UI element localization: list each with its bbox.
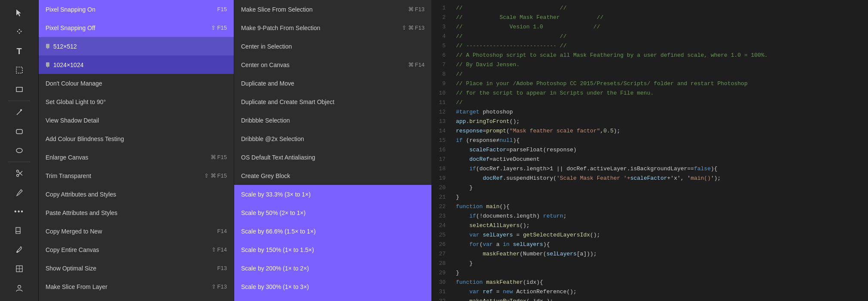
code-line-26: if(!documents.length) return; bbox=[456, 212, 861, 221]
code-line-8: // By David Jensen. bbox=[456, 60, 861, 70]
svg-point-4 bbox=[20, 109, 22, 111]
menu-item-duplicate-move[interactable]: Duplicate and Move bbox=[234, 74, 431, 92]
code-line-18: scaleFactor=parseFloat(response) bbox=[456, 145, 861, 155]
marquee-icon[interactable] bbox=[10, 61, 29, 79]
code-editor: 1234567891011121314151617181920212223242… bbox=[432, 0, 868, 301]
ellipse-icon[interactable] bbox=[10, 141, 29, 160]
menu-item-copy-attributes[interactable]: Copy Attributes and Styles bbox=[39, 185, 234, 203]
text-tool-icon[interactable]: T bbox=[10, 42, 29, 60]
svg-line-10 bbox=[18, 172, 22, 176]
code-line-17: if (response≠null){ bbox=[456, 136, 861, 145]
menu-item-512[interactable]: 512×512 bbox=[39, 37, 234, 55]
paint-bucket-icon[interactable] bbox=[10, 221, 29, 240]
slice-icon[interactable] bbox=[10, 260, 29, 278]
menu-item-dont-colour-manage[interactable]: Don't Colour Manage bbox=[39, 74, 234, 92]
pencil-icon[interactable] bbox=[10, 184, 29, 202]
menu-item-1024[interactable]: 1024×1024 bbox=[39, 55, 234, 74]
code-line-22: } bbox=[456, 183, 861, 193]
menu-item-trim-transparent[interactable]: Trim Transparent ⇧ ⌘ F15 bbox=[39, 166, 234, 185]
line-numbers: 1234567891011121314151617181920212223242… bbox=[432, 0, 449, 301]
code-line-3: // Vesion 1.0 // bbox=[456, 22, 861, 32]
code-line-1: // // bbox=[456, 3, 861, 13]
svg-rect-3 bbox=[16, 87, 22, 92]
menu-item-copy-merged[interactable]: Copy Merged to New F14 bbox=[39, 222, 234, 240]
pin-icon-2 bbox=[46, 62, 50, 68]
code-line-36: makeActiveByIndex( idx ); bbox=[456, 297, 861, 301]
menu-item-center-on-canvas[interactable]: Center on Canvas ⌘ F14 bbox=[234, 55, 431, 74]
pen-tool-icon[interactable] bbox=[10, 103, 29, 121]
svg-rect-12 bbox=[16, 232, 20, 233]
code-line-27: selectAllLayers(); bbox=[456, 221, 861, 230]
code-line-4: // // bbox=[456, 32, 861, 41]
svg-marker-1 bbox=[17, 29, 22, 34]
code-content[interactable]: // //// Scale Mask Feather //// Vesion 1… bbox=[449, 0, 868, 301]
svg-rect-11 bbox=[16, 227, 20, 232]
svg-marker-0 bbox=[16, 9, 21, 16]
code-line-25: function main(){ bbox=[456, 202, 861, 212]
menu-item-scale-150[interactable]: Scale by 150% (1× to 1.5×) bbox=[234, 240, 431, 259]
more-icon[interactable]: ••• bbox=[10, 203, 29, 221]
arrow-select-icon[interactable] bbox=[10, 4, 29, 22]
code-line-31: } bbox=[456, 259, 861, 268]
scissors-icon[interactable] bbox=[10, 164, 29, 182]
eyedropper-icon[interactable] bbox=[10, 241, 29, 259]
code-line-28: var selLayers = getSelectedLayersIdx(); bbox=[456, 230, 861, 240]
swatch-512: 512×512 bbox=[46, 43, 77, 50]
toolbar: T ••• bbox=[0, 0, 39, 301]
code-line-19: docRef=activeDocument bbox=[456, 155, 861, 164]
menu-item-scale-66[interactable]: Scale by 66.6% (1.5× to 1×) bbox=[234, 222, 431, 240]
code-line-12: // bbox=[456, 98, 861, 108]
svg-line-9 bbox=[18, 171, 22, 175]
menu-item-set-global-light[interactable]: Set Global Light to 90° bbox=[39, 92, 234, 111]
svg-rect-18 bbox=[46, 44, 49, 48]
move-icon[interactable] bbox=[10, 23, 29, 41]
menu-column-2: Make Slice From Selection ⌘ F13 Make 9-P… bbox=[234, 0, 432, 301]
rect-shape-icon[interactable] bbox=[10, 80, 29, 98]
menu-item-pixel-snapping-on[interactable]: Pixel Snapping On F15 bbox=[39, 0, 234, 18]
svg-point-6 bbox=[16, 148, 22, 153]
menu-item-make-9patch[interactable]: Make 9-Patch From Selection ⇧ ⌘ F13 bbox=[234, 18, 431, 37]
pin-icon bbox=[46, 43, 50, 49]
user-icon[interactable] bbox=[10, 279, 29, 297]
menu-item-scale-50[interactable]: Scale by 50% (2× to 1×) bbox=[234, 203, 431, 222]
svg-rect-20 bbox=[46, 62, 49, 67]
menu-item-create-grey-block[interactable]: Create Grey Block bbox=[234, 166, 431, 185]
menu-item-enlarge-canvas[interactable]: Enlarge Canvas ⌘ F15 bbox=[39, 148, 234, 166]
code-line-32: } bbox=[456, 268, 861, 278]
svg-rect-2 bbox=[16, 67, 22, 73]
code-line-10: // Place in your /Adobe Photoshop CC 201… bbox=[456, 79, 861, 89]
menu-item-make-slice-selection[interactable]: Make Slice From Selection ⌘ F13 bbox=[234, 0, 431, 18]
menu-item-scale-300[interactable]: Scale by 300% (1× to 3×) bbox=[234, 277, 431, 296]
svg-point-8 bbox=[16, 170, 18, 172]
code-line-5: // --------------------------- // bbox=[456, 41, 861, 51]
menu-item-dribbble-selection[interactable]: Dribbble Selection bbox=[234, 111, 431, 129]
menu-item-dribbble-2x[interactable]: Dribbble @2x Selection bbox=[234, 129, 431, 148]
code-line-30: maskFeather(Number(selLayers[a])); bbox=[456, 249, 861, 259]
menu-item-paste-attributes[interactable]: Paste Attributes and Styles bbox=[39, 203, 234, 222]
divider1 bbox=[8, 101, 31, 101]
menu-item-make-slice-from-layer[interactable]: Make Slice From Layer ⇧ F13 bbox=[39, 277, 234, 296]
svg-point-7 bbox=[16, 175, 18, 177]
menu-item-duplicate-smart-object[interactable]: Duplicate and Create Smart Object bbox=[234, 92, 431, 111]
code-line-20: if(docRef.layers.length>1 || docRef.acti… bbox=[456, 164, 861, 174]
menu-item-os-text-antialiasing[interactable]: OS Default Text Antialiasing bbox=[234, 148, 431, 166]
code-line-16: response=prompt("Mask feather scale fact… bbox=[456, 126, 861, 136]
code-line-7: // A Photoshop script to scale all Mask … bbox=[456, 51, 861, 60]
menu-item-center-in-selection[interactable]: Center in Selection bbox=[234, 37, 431, 55]
context-menus: Pixel Snapping On F15 Pixel Snapping Off… bbox=[39, 0, 432, 301]
code-line-2: // Scale Mask Feather // bbox=[456, 13, 861, 22]
code-line-29: for(var a in selLayers){ bbox=[456, 240, 861, 249]
menu-item-scale-33[interactable]: Scale by 33.3% (3× to 1×) bbox=[234, 185, 431, 203]
svg-point-17 bbox=[18, 285, 21, 288]
menu-item-add-colour-blindness[interactable]: Add Colour Blindness Testing bbox=[39, 129, 234, 148]
menu-item-show-optimal-size[interactable]: Show Optimal Size F13 bbox=[39, 259, 234, 277]
svg-rect-5 bbox=[16, 129, 22, 134]
menu-item-scale-200[interactable]: Scale by 200% (1× to 2×) bbox=[234, 259, 431, 277]
menu-item-view-shadow-detail[interactable]: View Shadow Detail bbox=[39, 111, 234, 129]
menu-item-copy-entire-canvas[interactable]: Copy Entire Canvas ⇧ F14 bbox=[39, 240, 234, 259]
rounded-rect-icon[interactable] bbox=[10, 122, 29, 140]
swatch-1024: 1024×1024 bbox=[46, 61, 83, 68]
code-line-11: // for the script to appear in Scripts u… bbox=[456, 89, 861, 98]
menu-item-scale-400[interactable]: Scale by 400% (1× to 4×) bbox=[234, 296, 431, 301]
menu-item-pixel-snapping-off[interactable]: Pixel Snapping Off ⇧ F15 bbox=[39, 18, 234, 37]
